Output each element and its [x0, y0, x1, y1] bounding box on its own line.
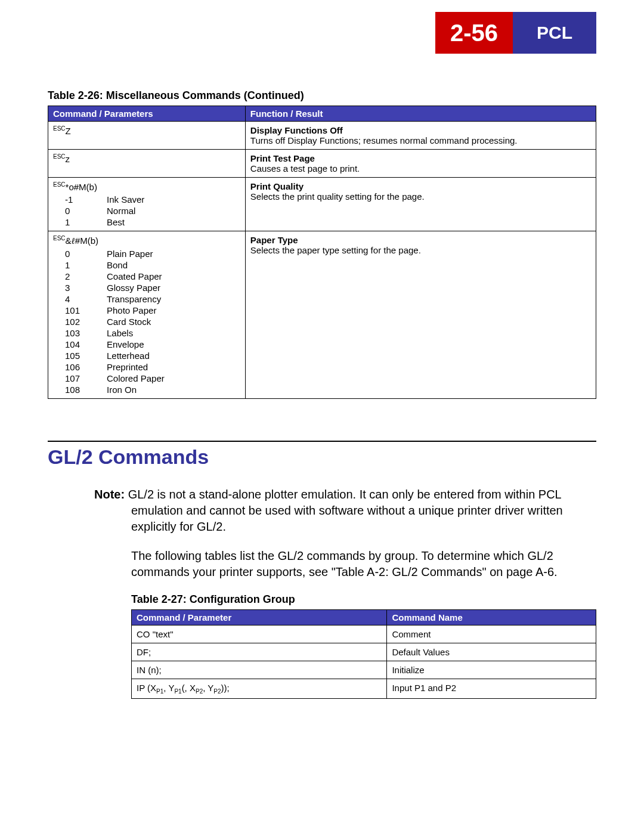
table-row: CO "text"Comment — [132, 625, 596, 643]
note-text: GL/2 is not a stand-alone plotter emulat… — [128, 488, 563, 533]
function-title: Display Functions Off — [250, 125, 591, 135]
param-value: 0 — [65, 249, 95, 259]
function-cell: Print QualitySelects the print quality s… — [245, 178, 596, 231]
function-description: Causes a test page to print. — [250, 163, 591, 174]
table2-header-name: Command Name — [387, 610, 596, 625]
table2-caption: Table 2-27: Configuration Group — [131, 593, 596, 606]
param-label: Iron On — [107, 385, 240, 395]
document-page: 2-56 PCL Table 2-26: Miscellaneous Comma… — [0, 0, 644, 735]
page-number-badge: 2-56 — [435, 12, 513, 54]
header-box: 2-56 PCL — [435, 12, 596, 54]
table-misc-commands: Command / Parameters Function / Result E… — [48, 106, 596, 399]
command-name-cell: Input P1 and P2 — [387, 679, 596, 699]
table-row: ESC*o#M(b)-1Ink Saver0Normal1BestPrint Q… — [48, 178, 596, 231]
param-value: 108 — [65, 385, 95, 395]
param-value: 105 — [65, 351, 95, 361]
command-cell: CO "text" — [132, 625, 387, 643]
param-label: Labels — [107, 328, 240, 338]
param-label: Card Stock — [107, 317, 240, 327]
section-title: GL/2 Commands — [48, 445, 596, 469]
table-row: ESCZDisplay Functions OffTurns off Displ… — [48, 122, 596, 150]
param-value: 3 — [65, 283, 95, 293]
function-title: Print Test Page — [250, 153, 591, 163]
command-cell: DF; — [132, 643, 387, 661]
table-row: IP (XP1, YP1(, XP2, YP2));Input P1 and P… — [132, 679, 596, 699]
section-divider — [48, 441, 596, 442]
param-value: 106 — [65, 362, 95, 372]
function-cell: Display Functions OffTurns off Display F… — [245, 122, 596, 150]
param-label: Photo Paper — [107, 305, 240, 315]
page-header: 2-56 PCL — [48, 12, 596, 54]
param-value: 101 — [65, 305, 95, 315]
table-row: ESCzPrint Test PageCauses a test page to… — [48, 150, 596, 178]
esc-prefix: ESC — [53, 235, 66, 241]
command-cell: IN (n); — [132, 661, 387, 679]
param-value: 1 — [65, 217, 95, 227]
param-label: Best — [107, 217, 240, 227]
function-cell: Print Test PageCauses a test page to pri… — [245, 150, 596, 178]
param-value: 104 — [65, 339, 95, 349]
esc-prefix: ESC — [53, 181, 66, 188]
table1-caption: Table 2-26: Miscellaneous Commands (Cont… — [48, 89, 596, 102]
table2-header-cmd: Command / Parameter — [132, 610, 387, 625]
param-label: Envelope — [107, 339, 240, 349]
param-value: 1 — [65, 260, 95, 270]
param-label: Preprinted — [107, 362, 240, 372]
param-list: 0Plain Paper1Bond2Coated Paper3Glossy Pa… — [65, 249, 240, 395]
table-config-group: Command / Parameter Command Name CO "tex… — [131, 609, 596, 699]
command-cell: ESC*o#M(b)-1Ink Saver0Normal1Best — [48, 178, 246, 231]
table1-header-cmd: Command / Parameters — [48, 106, 246, 122]
command-name-cell: Default Values — [387, 643, 596, 661]
function-description: Selects the paper type setting for the p… — [250, 245, 591, 255]
param-value: 4 — [65, 294, 95, 304]
esc-prefix: ESC — [53, 125, 66, 132]
command-cell: IP (XP1, YP1(, XP2, YP2)); — [132, 679, 387, 699]
param-label: Coated Paper — [107, 271, 240, 281]
section-badge: PCL — [513, 12, 596, 54]
param-label: Plain Paper — [107, 249, 240, 259]
param-label: Transparency — [107, 294, 240, 304]
function-description: Turns off Display Functions; resumes nor… — [250, 135, 591, 145]
body-paragraph: The following tables list the GL/2 comma… — [131, 548, 596, 580]
param-label: Ink Saver — [107, 194, 240, 205]
param-value: 102 — [65, 317, 95, 327]
note-paragraph: Note: GL/2 is not a stand-alone plotter … — [131, 487, 596, 535]
param-value: 103 — [65, 328, 95, 338]
param-label: Letterhead — [107, 351, 240, 361]
param-label: Normal — [107, 206, 240, 216]
table1-header-func: Function / Result — [245, 106, 596, 122]
function-cell: Paper TypeSelects the paper type setting… — [245, 231, 596, 399]
command-name-cell: Initialize — [387, 661, 596, 679]
param-list: -1Ink Saver0Normal1Best — [65, 194, 240, 227]
param-value: 0 — [65, 206, 95, 216]
table-row: DF;Default Values — [132, 643, 596, 661]
param-label: Colored Paper — [107, 373, 240, 383]
function-description: Selects the print quality setting for th… — [250, 191, 591, 202]
param-label: Glossy Paper — [107, 283, 240, 293]
param-value: -1 — [65, 194, 95, 205]
command-cell: ESCz — [48, 150, 246, 178]
table-row: ESC&ℓ#M(b)0Plain Paper1Bond2Coated Paper… — [48, 231, 596, 399]
function-title: Print Quality — [250, 181, 591, 191]
param-value: 2 — [65, 271, 95, 281]
command-name-cell: Comment — [387, 625, 596, 643]
esc-prefix: ESC — [53, 153, 66, 160]
note-label: Note: — [94, 488, 125, 501]
function-title: Paper Type — [250, 235, 591, 245]
command-cell: ESCZ — [48, 122, 246, 150]
command-cell: ESC&ℓ#M(b)0Plain Paper1Bond2Coated Paper… — [48, 231, 246, 399]
table-row: IN (n);Initialize — [132, 661, 596, 679]
param-label: Bond — [107, 260, 240, 270]
param-value: 107 — [65, 373, 95, 383]
